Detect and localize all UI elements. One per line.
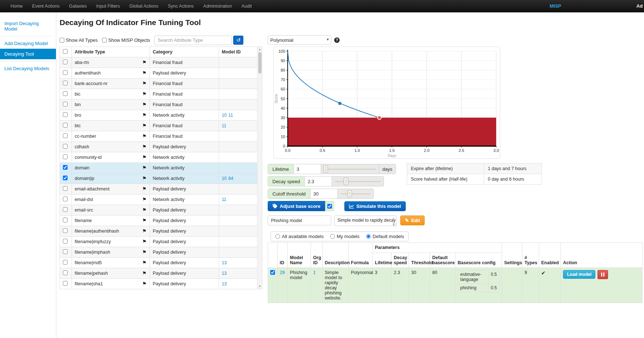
attribute-row-checkbox[interactable] (63, 281, 68, 286)
flag-icon[interactable]: ⚑ (142, 176, 147, 181)
column-header-category[interactable]: Category (150, 47, 219, 57)
decay-chart[interactable]: 01020304050607080901000.00.51.01.52.02.5… (274, 47, 500, 159)
sidebar-item-import-decaying-model[interactable]: Import Decaying Model (0, 18, 56, 34)
attribute-row-checkbox[interactable] (63, 228, 68, 233)
flag-icon[interactable]: ⚑ (142, 81, 147, 86)
attribute-row-checkbox[interactable] (63, 249, 68, 254)
model-id-link[interactable]: 11 (222, 123, 226, 128)
radio-my-models[interactable] (330, 234, 335, 239)
attribute-row-checkbox[interactable] (63, 133, 68, 138)
attribute-row-email-attachment[interactable]: email-attachment⚑Payload delivery (60, 184, 257, 194)
attribute-row-filename-authentihash[interactable]: filename|authentihash⚑Payload delivery (60, 226, 257, 236)
filter-option-default-models[interactable]: Default models (366, 234, 404, 239)
attribute-row-checkbox[interactable] (63, 70, 68, 75)
model-name-input[interactable] (268, 216, 331, 225)
flag-icon[interactable]: ⚑ (142, 123, 147, 128)
flag-icon[interactable]: ⚑ (142, 70, 147, 76)
nav-item-event-actions[interactable]: Event Actions (27, 0, 64, 12)
attribute-row-checkbox[interactable] (63, 144, 68, 149)
nav-item-sync-actions[interactable]: Sync Actions (163, 0, 199, 12)
models-column-settings[interactable]: Settings (502, 243, 522, 268)
show-misp-objects-toggle[interactable]: Show MISP Objects (102, 37, 150, 43)
models-column-enabled[interactable]: Enabled (539, 243, 561, 268)
search-attribute-input[interactable] (154, 36, 232, 45)
flag-icon[interactable]: ⚑ (142, 260, 147, 265)
adjust-base-score-checkbox[interactable] (327, 204, 332, 209)
attribute-row-checkbox[interactable] (63, 81, 68, 85)
attribute-table-scrollbar[interactable]: ▲ ▼ (257, 47, 262, 289)
attribute-row-btc[interactable]: btc⚑Financial fraud11 (60, 120, 257, 131)
attribute-row-checkbox[interactable] (63, 270, 68, 275)
flag-icon[interactable]: ⚑ (142, 144, 147, 149)
nav-item-global-actions[interactable]: Global Actions (125, 0, 163, 12)
model-id-link[interactable]: 11 (228, 113, 233, 118)
nav-item-galaxies[interactable]: Galaxies (64, 0, 92, 12)
attribute-row-bro[interactable]: bro⚑Network activity1011 (60, 110, 257, 120)
flag-icon[interactable]: ⚑ (142, 249, 147, 255)
models-column-model-name[interactable]: Model Name (288, 243, 311, 268)
models-column-basescore-config[interactable]: Basescore config (455, 253, 502, 268)
attribute-row-checkbox[interactable] (63, 123, 68, 128)
admin-menu-partial[interactable]: Ad (636, 3, 644, 9)
scroll-up-icon[interactable]: ▲ (258, 47, 262, 52)
flag-icon[interactable]: ⚑ (142, 60, 147, 65)
model-id-link[interactable]: 10 (222, 176, 227, 181)
models-column-threshold[interactable]: Threshold (409, 253, 430, 268)
attribute-row-bic[interactable]: bic⚑Financial fraud (60, 89, 257, 99)
attribute-row-authentihash[interactable]: authentihash⚑Payload delivery (60, 68, 257, 78)
lifetime-slider[interactable] (321, 164, 379, 174)
flag-icon[interactable]: ⚑ (142, 270, 147, 276)
nav-item-input-filters[interactable]: Input Filters (92, 0, 125, 12)
model-id-link[interactable]: 13 (222, 260, 227, 265)
attribute-row-checkbox[interactable] (63, 176, 68, 180)
attribute-row-checkbox[interactable] (63, 112, 68, 117)
scrollbar-thumb[interactable] (258, 52, 262, 73)
disable-model-button[interactable] (598, 270, 608, 279)
attribute-row-filename-md5[interactable]: filename|md5⚑Payload delivery13 (60, 257, 257, 268)
attribute-row-checkbox[interactable] (63, 197, 68, 201)
flag-icon[interactable]: ⚑ (142, 218, 147, 223)
attribute-row-checkbox[interactable] (63, 91, 68, 96)
flag-icon[interactable]: ⚑ (142, 91, 147, 97)
models-column-formula[interactable]: Formula (349, 243, 373, 268)
flag-icon[interactable]: ⚑ (142, 102, 147, 107)
load-model-button[interactable]: Load model (563, 270, 595, 279)
attribute-row-bank-account-nr[interactable]: bank-account-nr⚑Financial fraud (60, 78, 257, 89)
formula-select[interactable]: Polynomial (268, 35, 331, 45)
org-id-link[interactable]: 1 (313, 270, 316, 275)
attribute-row-cc-number[interactable]: cc-number⚑Financial fraud (60, 131, 257, 141)
decay-speed-value-input[interactable] (305, 177, 332, 186)
filter-option-my-models[interactable]: My models (330, 234, 360, 239)
flag-icon[interactable]: ⚑ (142, 228, 147, 234)
models-column--types[interactable]: # Types (522, 243, 539, 268)
models-column-decay-speed[interactable]: Decay speed (392, 253, 409, 268)
model-id-link[interactable]: 84 (228, 176, 233, 181)
help-icon[interactable]: ? (334, 37, 340, 43)
misp-brand-link[interactable]: MISP (550, 3, 561, 9)
sidebar-item-list-decaying-models[interactable]: List Decaying Models (0, 63, 56, 74)
attribute-row-bin[interactable]: bin⚑Financial fraud (60, 99, 257, 110)
attribute-row-domain[interactable]: domain⚑Network activity (60, 162, 257, 173)
attribute-row-filename-sha1[interactable]: filename|sha1⚑Payload delivery13 (60, 278, 257, 289)
adjust-base-score-button[interactable]: Adjust base score (268, 201, 325, 211)
refresh-button[interactable]: ↺ (233, 36, 243, 45)
attribute-row-filename-impfuzzy[interactable]: filename|impfuzzy⚑Payload delivery (60, 236, 257, 247)
flag-icon[interactable]: ⚑ (142, 154, 147, 160)
attribute-row-email-dst[interactable]: email-dst⚑Network activity11 (60, 194, 257, 205)
radio-default-models[interactable] (366, 234, 371, 239)
edit-model-button[interactable]: ✎ Edit (400, 216, 425, 225)
scroll-down-icon[interactable]: ▼ (258, 284, 262, 289)
attribute-row-filename-imphash[interactable]: filename|imphash⚑Payload delivery (60, 247, 257, 257)
column-header-model-id[interactable]: Model ID (219, 47, 257, 57)
attribute-row-filename-pehash[interactable]: filename|pehash⚑Payload delivery13 (60, 268, 257, 278)
flag-icon[interactable]: ⚑ (142, 197, 147, 202)
lifetime-value-input[interactable] (294, 164, 321, 174)
sidebar-item-add-decaying-model[interactable]: Add Decaying Model (0, 38, 56, 49)
show-all-types-checkbox[interactable] (60, 38, 64, 43)
nav-item-home[interactable]: Home (6, 0, 27, 12)
models-column-org-id[interactable]: Org ID (311, 243, 323, 268)
models-column-action[interactable]: Action (561, 243, 643, 268)
sidebar-item-decaying-tool[interactable]: Decaying Tool (0, 49, 56, 59)
column-header-attribute-type[interactable]: Attribute Type (72, 47, 150, 57)
attribute-row-cdhash[interactable]: cdhash⚑Payload delivery (60, 141, 257, 152)
